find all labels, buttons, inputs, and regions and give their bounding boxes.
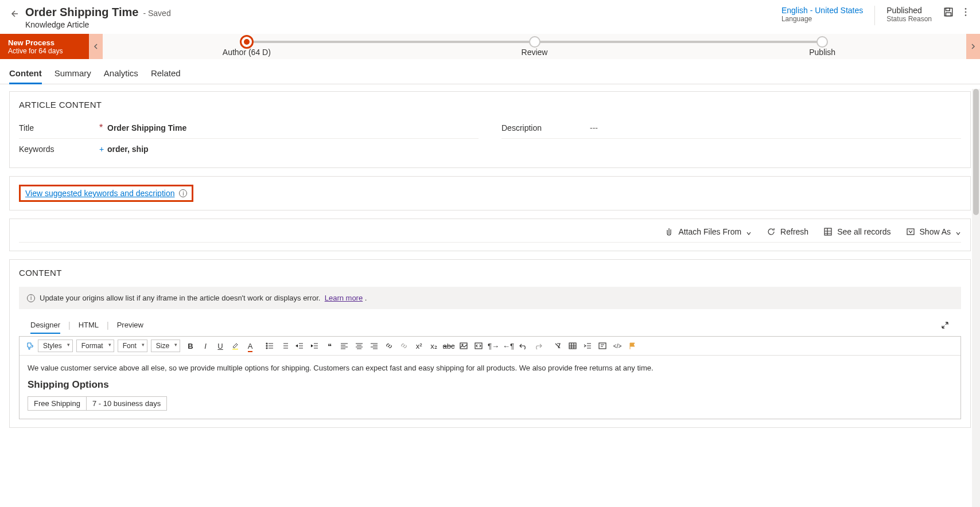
table-row: Free Shipping 7 - 10 business days [28,397,167,411]
source-icon[interactable]: </> [610,339,624,353]
svg-rect-16 [599,343,606,349]
editor-body[interactable]: We value customer service above all else… [20,356,960,419]
process-header[interactable]: New Process Active for 64 days [0,34,89,59]
learn-more-link[interactable]: Learn more [325,294,363,302]
font-color-icon[interactable]: A [243,339,257,353]
description-field[interactable]: Description --- [501,118,961,139]
svg-point-3 [965,8,967,10]
editor-tab-preview[interactable]: Preview [117,318,143,332]
assist-edit-icon[interactable] [596,339,609,353]
table-icon[interactable] [566,339,580,353]
save-icon[interactable] [943,7,954,17]
content-editor-section: CONTENT i Update your origins allow list… [9,259,971,428]
collapse-icon[interactable] [581,339,594,353]
refresh-button[interactable]: Refresh [767,227,808,236]
strikethrough-icon[interactable]: abc [442,339,456,353]
suggested-keywords-highlight: View suggested keywords and description … [19,185,193,202]
show-as-icon [906,227,915,236]
language-label: Language [781,15,863,23]
stage-circle-active-icon [240,35,254,49]
attach-files-button[interactable]: Attach Files From [664,227,752,236]
scrollbar-thumb[interactable] [973,89,979,215]
process-bar: New Process Active for 64 days Author (6… [0,34,980,59]
tab-related[interactable]: Related [151,65,181,84]
format-painter-icon[interactable] [23,339,37,353]
styles-select[interactable]: Styles [38,340,73,352]
banner-text: Update your origins allow list if any if… [40,294,320,302]
attachment-icon [664,227,674,236]
saved-label: - Saved [143,9,170,18]
keywords-field[interactable]: Keywords + order, ship [19,139,479,159]
info-icon[interactable]: i [179,189,187,197]
expand-icon[interactable] [940,321,950,330]
redo-icon[interactable] [531,339,545,353]
flag-icon[interactable] [625,339,639,353]
align-left-icon[interactable] [337,339,351,353]
suggested-keywords-link[interactable]: View suggested keywords and description [25,189,174,198]
svg-rect-15 [569,343,576,349]
language-value[interactable]: English - United States [781,6,863,15]
process-next-button[interactable] [966,34,980,59]
process-prev-button[interactable] [89,34,103,59]
svg-rect-7 [907,229,914,235]
body-heading: Shipping Options [28,379,952,391]
size-select[interactable]: Size [151,340,180,352]
format-select[interactable]: Format [76,340,114,352]
scrollbar[interactable] [972,89,980,445]
underline-icon[interactable]: U [213,339,227,353]
editor-tab-html[interactable]: HTML [79,318,99,332]
subscript-icon[interactable]: x₂ [427,339,441,353]
italic-icon[interactable]: I [199,339,212,353]
show-as-button[interactable]: Show As [906,227,961,236]
rte-toolbar: Styles Format Font Size B I U A ❝ [20,337,960,356]
ltr-icon[interactable]: ¶→ [487,339,500,353]
outdent-icon[interactable] [293,339,306,353]
bullet-list-icon[interactable] [263,339,277,353]
align-right-icon[interactable] [367,339,381,353]
status-field[interactable]: Published Status Reason [886,6,932,23]
font-select[interactable]: Font [118,340,147,352]
see-all-records-button[interactable]: See all records [823,227,890,236]
process-name: New Process [8,38,81,47]
stage-review[interactable]: Review [391,34,679,59]
main-area: ARTICLE CONTENT Title * Order Shipping T… [0,84,980,445]
iframe-icon[interactable] [472,339,485,353]
svg-point-11 [266,348,267,349]
svg-point-13 [462,344,463,345]
recommended-icon: + [99,146,107,153]
tab-summary[interactable]: Summary [55,65,91,84]
process-stages: Author (64 D) Review Publish [103,34,966,59]
undo-icon[interactable] [516,339,530,353]
title-field[interactable]: Title * Order Shipping Time [19,118,479,139]
article-content-section: ARTICLE CONTENT Title * Order Shipping T… [9,91,971,168]
image-icon[interactable] [457,339,470,353]
info-icon: i [27,294,35,302]
align-center-icon[interactable] [352,339,366,353]
unlink-icon[interactable] [397,339,411,353]
entity-subtitle: Knowledge Article [25,20,171,29]
svg-rect-6 [825,228,831,235]
more-icon[interactable] [960,7,971,17]
title-value: Order Shipping Time [107,123,479,132]
grid-icon [823,227,833,236]
page-header: Order Shipping Time - Saved Knowledge Ar… [0,0,980,34]
bold-icon[interactable]: B [184,339,197,353]
stage-author[interactable]: Author (64 D) [103,34,391,59]
stage-publish[interactable]: Publish [678,34,966,59]
link-icon[interactable] [382,339,396,353]
back-icon[interactable] [9,9,18,18]
highlight-icon[interactable] [228,339,242,353]
number-list-icon[interactable] [278,339,291,353]
clear-format-icon[interactable] [551,339,565,353]
tab-analytics[interactable]: Analytics [104,65,138,84]
superscript-icon[interactable]: x² [412,339,426,353]
rtl-icon[interactable]: ←¶ [501,339,515,353]
refresh-icon [767,227,776,236]
tab-content[interactable]: Content [9,65,42,84]
stage-circle-icon [816,36,828,48]
indent-icon[interactable] [308,339,321,353]
editor-tab-designer[interactable]: Designer [30,318,60,332]
quote-icon[interactable]: ❝ [322,339,336,353]
process-duration: Active for 64 days [8,47,81,55]
language-field[interactable]: English - United States Language [781,6,863,23]
